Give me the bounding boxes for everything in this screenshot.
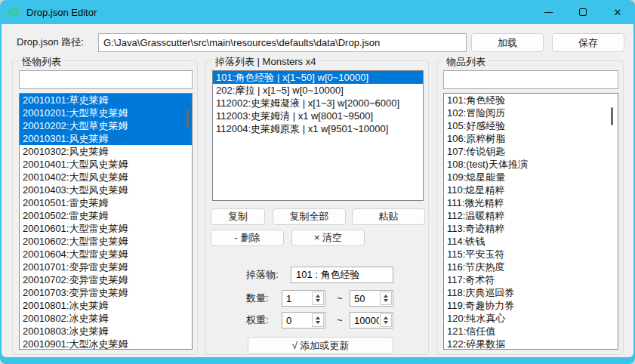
minimize-button[interactable] — [531, 0, 566, 24]
item-list-scrollbar[interactable] — [611, 107, 613, 125]
list-item[interactable]: 20010502:雷史莱姆 — [20, 209, 192, 222]
copy-button[interactable]: 复制 — [211, 208, 265, 225]
monster-search-input[interactable] — [19, 70, 193, 89]
list-item[interactable]: 119:奇趣协力券 — [444, 299, 618, 312]
list-item[interactable]: 106:原粹树脂 — [444, 132, 618, 145]
list-item[interactable]: 20010201:大型草史莱姆 — [20, 106, 192, 119]
list-item[interactable]: 102:冒险阅历 — [444, 106, 618, 119]
copy-all-button[interactable]: 复制全部 — [273, 208, 346, 225]
list-item[interactable]: 112002:史莱姆凝液 | x[1~3] w[2000~6000] — [213, 97, 423, 110]
list-item[interactable]: 120:纯水真心 — [444, 312, 618, 325]
spin-up-icon[interactable] — [384, 295, 388, 298]
drop-item-input[interactable] — [291, 267, 393, 283]
list-item[interactable]: 20010901:大型冰史莱姆 — [20, 338, 192, 350]
spin-down-icon[interactable] — [316, 299, 320, 302]
titlebar[interactable]: Drop.json Editor ✕ — [0, 0, 635, 24]
path-input[interactable] — [98, 33, 467, 52]
spin-down-icon[interactable] — [384, 299, 388, 302]
count-max-stepper[interactable] — [350, 290, 393, 307]
monster-panel: 怪物列表 20010101:草史莱姆20010201:大型草史莱姆2001020… — [12, 60, 198, 355]
list-item[interactable]: 20010703:变异雷史莱姆 — [20, 286, 192, 299]
maximize-button[interactable] — [566, 0, 600, 24]
list-item[interactable]: 20010701:变异雷史莱姆 — [20, 261, 192, 273]
list-item[interactable]: 122:碎果数据 — [444, 338, 618, 350]
drop-panel-title: 掉落列表 | Monsters x4 — [212, 55, 319, 69]
count-max-input[interactable] — [350, 291, 379, 306]
weight-max-input[interactable] — [350, 313, 379, 328]
list-item[interactable]: 20010601:大型雷史莱姆 — [20, 222, 192, 235]
list-item[interactable]: 20010202:大型草史莱姆 — [20, 119, 192, 132]
path-label: Drop.json 路径: — [17, 33, 84, 51]
count-min-stepper[interactable] — [282, 290, 325, 307]
list-item[interactable]: 202:摩拉 | x[1~5] w[0~10000] — [213, 84, 423, 97]
weight-min-input[interactable] — [282, 313, 311, 328]
app-window: Drop.json Editor ✕ Drop.json 路径: 加载 保存 怪… — [0, 0, 635, 364]
delete-button[interactable]: - 删除 — [211, 230, 284, 246]
list-item[interactable]: 114:铁钱 — [444, 235, 618, 248]
add-or-update-button[interactable]: √ 添加或更新 — [248, 337, 393, 354]
save-button[interactable]: 保存 — [552, 33, 624, 52]
list-item[interactable]: 20010702:变异雷史莱姆 — [20, 273, 192, 286]
spin-down-icon[interactable] — [384, 321, 388, 324]
list-item[interactable]: 20010801:冰史莱姆 — [20, 299, 192, 312]
spin-down-icon[interactable] — [316, 321, 320, 324]
spin-up-icon[interactable] — [384, 316, 388, 319]
list-item[interactable]: 20010403:大型风史莱姆 — [20, 184, 192, 196]
minimize-icon — [544, 12, 553, 13]
list-item[interactable]: 117:奇术符 — [444, 273, 618, 286]
list-item[interactable]: 20010803:冰史莱姆 — [20, 325, 192, 338]
load-button[interactable]: 加载 — [471, 33, 544, 52]
item-listbox[interactable]: 101:角色经验102:冒险阅历105:好感经验106:原粹树脂107:传说钥匙… — [443, 93, 618, 350]
list-item[interactable]: 116:节庆热度 — [444, 261, 618, 273]
list-item[interactable]: 109:熄星能量 — [444, 171, 618, 184]
list-item[interactable]: 20010604:大型雷史莱姆 — [20, 248, 192, 261]
list-item[interactable]: 20010802:冰史莱姆 — [20, 312, 192, 325]
monster-listbox[interactable]: 20010101:草史莱姆20010201:大型草史莱姆20010202:大型草… — [19, 93, 193, 350]
list-item[interactable]: 101:角色经验 | x[1~50] w[0~10000] — [213, 71, 423, 84]
list-item[interactable]: 121:信任值 — [444, 325, 618, 338]
list-item[interactable]: 115:平安玉符 — [444, 248, 618, 261]
spinner-buttons[interactable] — [312, 313, 324, 327]
list-item[interactable]: 110:熄星精粹 — [444, 184, 618, 196]
list-item[interactable]: 105:好感经验 — [444, 119, 618, 132]
count-range-separator: ~ — [337, 290, 343, 307]
list-item[interactable]: 107:传说钥匙 — [444, 145, 618, 158]
list-item[interactable]: 20010602:大型雷史莱姆 — [20, 235, 192, 248]
count-label: 数量: — [246, 290, 269, 307]
spinner-buttons[interactable] — [380, 313, 392, 327]
drop-listbox[interactable]: 101:角色经验 | x[1~50] w[0~10000]202:摩拉 | x[… — [212, 70, 424, 201]
list-item[interactable]: 20010101:草史莱姆 — [20, 94, 192, 106]
count-min-input[interactable] — [282, 291, 311, 306]
close-button[interactable]: ✕ — [600, 0, 635, 24]
maximize-icon — [579, 8, 587, 16]
list-item[interactable]: 112004:史莱姆原浆 | x1 w[9501~10000] — [213, 122, 423, 135]
item-search-input[interactable] — [443, 70, 618, 89]
weight-range-separator: ~ — [337, 312, 343, 329]
list-item[interactable]: 101:角色经验 — [444, 94, 618, 106]
list-item[interactable]: 108:(test)天体推演 — [444, 158, 618, 171]
spinner-buttons[interactable] — [312, 292, 324, 305]
list-item[interactable]: 118:庆典巡回券 — [444, 286, 618, 299]
list-item[interactable]: 112:温暖精粹 — [444, 209, 618, 222]
list-item[interactable]: 112003:史莱姆清 | x1 w[8001~9500] — [213, 110, 423, 122]
paste-button[interactable]: 粘贴 — [352, 208, 425, 225]
weight-label: 权重: — [246, 312, 269, 329]
window-title: Drop.json Editor — [26, 7, 97, 18]
spin-up-icon[interactable] — [316, 316, 320, 319]
list-item[interactable]: 111:微光精粹 — [444, 196, 618, 209]
clear-button[interactable]: × 清空 — [291, 230, 365, 246]
weight-min-stepper[interactable] — [282, 312, 325, 329]
list-item[interactable]: 20010401:大型风史莱姆 — [20, 158, 192, 171]
drop-item-label: 掉落物: — [246, 267, 279, 283]
spinner-buttons[interactable] — [380, 292, 392, 305]
monster-list-scrollbar[interactable] — [186, 110, 189, 128]
list-item[interactable]: 113:奇迹精粹 — [444, 222, 618, 235]
list-item[interactable]: 20010302:风史莱姆 — [20, 145, 192, 158]
weight-max-stepper[interactable] — [350, 312, 393, 329]
window-content: Drop.json 路径: 加载 保存 怪物列表 20010101:草史莱姆20… — [2, 24, 633, 357]
spin-up-icon[interactable] — [316, 295, 320, 298]
list-item[interactable]: 20010501:雷史莱姆 — [20, 196, 192, 209]
list-item[interactable]: 20010301:风史莱姆 — [20, 132, 192, 145]
list-item[interactable]: 20010402:大型风史莱姆 — [20, 171, 192, 184]
app-megaphone-icon — [7, 5, 20, 19]
